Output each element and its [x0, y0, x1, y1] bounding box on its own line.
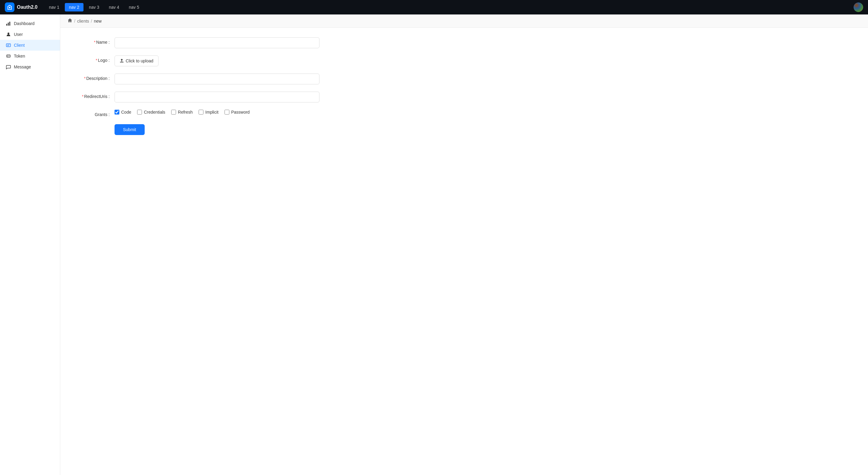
- sidebar-item-token[interactable]: Token: [0, 51, 60, 62]
- description-label: *Description :: [72, 73, 115, 81]
- nav-item-1[interactable]: nav 1: [44, 3, 63, 11]
- grant-implicit[interactable]: Implicit: [198, 110, 218, 115]
- grant-code-checkbox[interactable]: [115, 110, 119, 115]
- user-avatar[interactable]: [854, 2, 863, 12]
- breadcrumb-sep-1: /: [74, 19, 75, 24]
- svg-rect-2: [8, 23, 9, 26]
- grant-refresh-label: Refresh: [178, 110, 193, 115]
- upload-button[interactable]: Click to upload: [115, 56, 158, 66]
- grant-password[interactable]: Password: [224, 110, 250, 115]
- name-required: *: [94, 40, 95, 44]
- logo-row: *Logo : Click to upload: [72, 56, 319, 66]
- bar-chart-icon: [6, 21, 11, 26]
- desc-required: *: [84, 76, 86, 81]
- redirect-required: *: [82, 94, 84, 99]
- redirect-row: *RedirectUris :: [72, 92, 319, 102]
- grant-refresh[interactable]: Refresh: [171, 110, 193, 115]
- sidebar-item-user[interactable]: User: [0, 29, 60, 40]
- breadcrumb-sep-2: /: [91, 19, 92, 24]
- nav-item-4[interactable]: nav 4: [104, 3, 123, 11]
- main-content: / clients / new *Name : *Logo :: [60, 14, 868, 475]
- user-icon: [6, 32, 11, 37]
- nav-item-5[interactable]: nav 5: [124, 3, 143, 11]
- grant-code[interactable]: Code: [115, 110, 131, 115]
- sidebar: Dashboard User Client: [0, 14, 60, 475]
- logo-area[interactable]: Oauth2.0: [5, 2, 37, 12]
- app-layout: Dashboard User Client: [0, 14, 868, 475]
- grant-credentials[interactable]: Credentials: [137, 110, 165, 115]
- svg-rect-7: [7, 45, 9, 46]
- client-icon: [6, 43, 11, 48]
- svg-point-0: [9, 7, 10, 8]
- grant-credentials-label: Credentials: [144, 110, 165, 115]
- upload-button-label: Click to upload: [126, 59, 153, 63]
- grant-password-checkbox[interactable]: [224, 110, 229, 115]
- avatar-image: [854, 2, 863, 12]
- svg-rect-3: [9, 22, 10, 26]
- grant-password-label: Password: [231, 110, 250, 115]
- grant-implicit-checkbox[interactable]: [198, 110, 204, 115]
- svg-rect-6: [7, 44, 10, 45]
- sidebar-label-message: Message: [14, 64, 31, 69]
- nav-item-3[interactable]: nav 3: [85, 3, 103, 11]
- sidebar-item-dashboard[interactable]: Dashboard: [0, 18, 60, 29]
- breadcrumb: / clients / new: [60, 14, 868, 28]
- topnav: Oauth2.0 nav 1 nav 2 nav 3 nav 4 nav 5: [0, 0, 868, 14]
- form-container: *Name : *Logo : Click to upload: [60, 28, 332, 152]
- svg-rect-10: [8, 56, 10, 56]
- sidebar-item-message[interactable]: Message: [0, 62, 60, 72]
- sidebar-label-token: Token: [14, 54, 25, 59]
- submit-row: Submit: [72, 124, 319, 135]
- redirect-label: *RedirectUris :: [72, 92, 115, 99]
- grant-refresh-checkbox[interactable]: [171, 110, 176, 115]
- breadcrumb-clients[interactable]: clients: [77, 19, 89, 24]
- grants-row: Grants : Code Credentials Refresh: [72, 110, 319, 117]
- logo-required: *: [96, 58, 97, 63]
- description-input[interactable]: [115, 73, 319, 85]
- sidebar-item-client[interactable]: Client: [0, 40, 60, 51]
- sidebar-label-user: User: [14, 32, 23, 37]
- home-icon[interactable]: [67, 18, 72, 24]
- submit-button[interactable]: Submit: [115, 124, 145, 135]
- logo-icon: [5, 2, 14, 12]
- nav-items: nav 1 nav 2 nav 3 nav 4 nav 5: [44, 3, 854, 11]
- description-row: *Description :: [72, 73, 319, 85]
- svg-rect-5: [6, 44, 10, 47]
- svg-rect-1: [6, 24, 7, 26]
- redirect-input[interactable]: [115, 92, 319, 102]
- grants-label: Grants :: [72, 110, 115, 117]
- token-icon: [6, 54, 11, 59]
- grant-implicit-label: Implicit: [205, 110, 218, 115]
- message-icon: [6, 64, 11, 69]
- name-input[interactable]: [115, 37, 319, 48]
- svg-point-9: [7, 56, 8, 57]
- sidebar-label-client: Client: [14, 43, 25, 48]
- app-title: Oauth2.0: [17, 4, 37, 10]
- upload-icon: [120, 59, 124, 64]
- svg-rect-11: [120, 62, 124, 62]
- nav-item-2[interactable]: nav 2: [65, 3, 84, 11]
- breadcrumb-current: new: [94, 19, 101, 24]
- svg-point-4: [7, 33, 9, 34]
- sidebar-label-dashboard: Dashboard: [14, 21, 35, 26]
- grant-credentials-checkbox[interactable]: [137, 110, 142, 115]
- name-row: *Name :: [72, 37, 319, 48]
- name-label: *Name :: [72, 37, 115, 44]
- grant-code-label: Code: [121, 110, 131, 115]
- grants-checkboxes: Code Credentials Refresh Implicit: [115, 110, 250, 115]
- logo-label: *Logo :: [72, 56, 115, 63]
